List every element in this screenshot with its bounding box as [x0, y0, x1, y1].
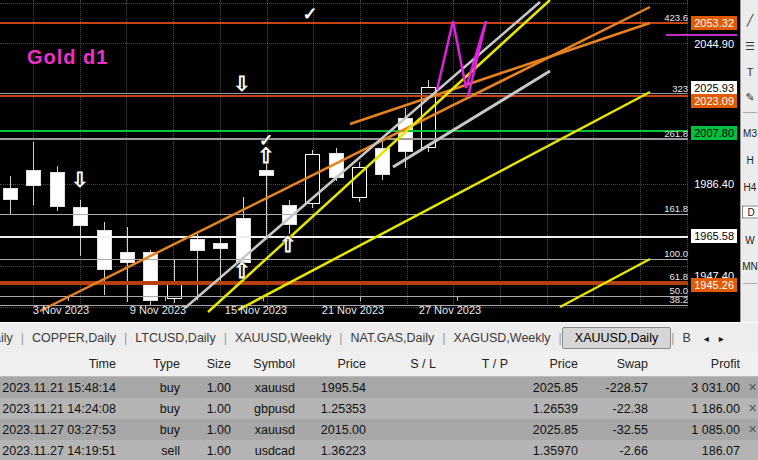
- date-axis-tick: [360, 297, 361, 301]
- table-cell: xauusd: [233, 423, 297, 437]
- fib-level-label: 61.8: [670, 271, 689, 282]
- table-cell: 2025.85: [510, 423, 580, 437]
- column-header: S / L: [368, 357, 438, 371]
- fib-level-label: 423.6: [664, 12, 688, 23]
- table-cell: -22.38: [580, 402, 650, 416]
- trading-terminal: ✓⇩⇩✓⇧⇧⇧ Gold d1 2053.322044.902025.93202…: [0, 0, 758, 460]
- tab-scroll-right-icon[interactable]: ▸: [714, 333, 729, 344]
- column-header: Price: [297, 357, 368, 371]
- positions-table: TimeTypeSizeSymbolPriceS / LT / PPriceSw…: [0, 352, 758, 460]
- column-header: Swap: [580, 357, 650, 371]
- table-cell: 1995.54: [297, 381, 368, 395]
- draw-tool-icon[interactable]: ✎: [741, 91, 758, 104]
- period-button-m3[interactable]: M3: [742, 128, 758, 139]
- column-header: Size: [182, 357, 233, 371]
- table-cell: 2023.11.27 03:27:53: [0, 423, 118, 437]
- table-cell: 1 085.00: [650, 423, 742, 437]
- tab-aily[interactable]: aily: [0, 328, 21, 348]
- tab-ltcusd-daily[interactable]: LTCUSD,Daily: [127, 328, 223, 348]
- date-axis-label: 27 Nov 2023: [419, 304, 481, 316]
- table-cell: 1.00: [182, 402, 233, 416]
- table-cell: 1.00: [182, 444, 233, 458]
- purple-price-line: [666, 34, 737, 36]
- close-position-icon[interactable]: ✕: [742, 402, 758, 415]
- table-cell: 1 186.00: [650, 402, 742, 416]
- table-row[interactable]: 2023.11.27 14:19:51sell1.00usdcad1.36223…: [0, 440, 758, 460]
- table-cell: buy: [118, 402, 182, 416]
- price-axis-label: 2044.90: [691, 37, 737, 51]
- table-row[interactable]: 2023.11.21 15:48:14buy1.00xauusd1995.542…: [0, 377, 758, 398]
- tab-xauusd-weekly[interactable]: XAUUSD,Weekly: [227, 328, 339, 348]
- table-cell: 2015.00: [297, 423, 368, 437]
- period-button-w[interactable]: W: [742, 235, 758, 246]
- fib-level-label: 161.8: [664, 203, 688, 214]
- price-axis-label: 2023.09: [691, 94, 737, 108]
- trendline-tool-icon[interactable]: ╱: [741, 14, 758, 27]
- tab-nat-gas-daily[interactable]: NAT.GAS,Daily: [342, 328, 442, 348]
- table-cell: -32.55: [580, 423, 650, 437]
- down-arrow-marker: ⇩: [233, 72, 251, 96]
- table-cell: 2023.11.27 14:19:51: [0, 444, 118, 458]
- lines-tool-icon[interactable]: ☰: [741, 40, 758, 53]
- trendline: [560, 259, 650, 307]
- column-header: Profit: [650, 357, 742, 371]
- table-cell: sell: [118, 444, 182, 458]
- chart-watermark: Gold d1: [27, 46, 108, 69]
- date-axis-tick: [68, 297, 69, 301]
- date-axis-tick: [165, 297, 166, 301]
- text-tool-icon[interactable]: T: [741, 66, 758, 78]
- price-axis-label: 2025.93: [691, 81, 737, 95]
- table-cell: 1.26539: [510, 402, 580, 416]
- tab-b[interactable]: B: [674, 328, 698, 348]
- tab-scroll-left-icon[interactable]: ◂: [699, 333, 714, 344]
- up-arrow-marker: ⇧: [233, 259, 251, 283]
- price-axis-label: 1965.58: [691, 229, 737, 243]
- fib-level-label: 100.0: [664, 248, 688, 259]
- toolbar-separator: [743, 283, 757, 284]
- table-row[interactable]: 2023.11.21 14:24:08buy1.00gbpusd1.253531…: [0, 398, 758, 419]
- trendline: [350, 23, 650, 124]
- price-axis-label: 1945.26: [691, 278, 737, 292]
- down-arrow-marker: ⇩: [71, 168, 89, 192]
- table-header-row: TimeTypeSizeSymbolPriceS / LT / PPriceSw…: [0, 352, 758, 377]
- tab-xagusd-weekly[interactable]: XAGUSD,Weekly: [446, 328, 559, 348]
- period-button-h4[interactable]: H4: [742, 182, 758, 193]
- right-toolbar: ╱☰T✎M3HH4DWMN: [740, 0, 758, 322]
- table-cell: xauusd: [233, 381, 297, 395]
- fib-level-label: 38.2: [670, 294, 689, 305]
- up-arrow-marker: ⇧: [257, 144, 275, 168]
- price-axis-label: 2007.80: [691, 126, 737, 140]
- date-axis-label: 9 Nov 2023: [130, 304, 186, 316]
- chart-area[interactable]: ✓⇩⇩✓⇧⇧⇧ Gold d1 2053.322044.902025.93202…: [0, 0, 740, 322]
- date-axis-label: 21 Nov 2023: [322, 304, 384, 316]
- fib-level-label: 261.8: [664, 128, 688, 139]
- table-cell: 2025.85: [510, 381, 580, 395]
- column-header: Symbol: [233, 357, 297, 371]
- column-header: Time: [0, 357, 118, 371]
- tab-copper-daily[interactable]: COPPER,Daily: [24, 328, 124, 348]
- table-cell: usdcad: [233, 444, 297, 458]
- column-header: Type: [118, 357, 182, 371]
- table-cell: 186.07: [650, 444, 742, 458]
- table-cell: gbpusd: [233, 402, 297, 416]
- table-row[interactable]: 2023.11.27 03:27:53buy1.00xauusd2015.002…: [0, 419, 758, 440]
- trendline: [238, 92, 650, 310]
- check-marker: ✓: [302, 3, 317, 25]
- close-position-icon[interactable]: ✕: [742, 381, 758, 394]
- date-axis-label: 15 Nov 2023: [225, 304, 287, 316]
- period-button-mn[interactable]: MN: [742, 261, 758, 272]
- date-axis-tick: [263, 297, 264, 301]
- chart-tab-bar: aily|COPPER,Daily|LTCUSD,Daily|XAUUSD,We…: [0, 322, 758, 353]
- price-axis-label: 2053.32: [691, 16, 737, 30]
- price-axis[interactable]: 2053.322044.902025.932023.092007.801986.…: [688, 0, 740, 322]
- table-cell: 1.25353: [297, 402, 368, 416]
- tab-xauusd-daily[interactable]: XAUUSD,Daily: [562, 327, 671, 349]
- toolbar-separator: [743, 112, 757, 113]
- period-button-d[interactable]: D: [742, 206, 758, 219]
- table-cell: 1.00: [182, 423, 233, 437]
- table-cell: 1.36223: [297, 444, 368, 458]
- period-button-h[interactable]: H: [742, 155, 758, 166]
- price-axis-label: 1986.40: [691, 177, 737, 191]
- column-header: Price: [510, 357, 580, 371]
- close-position-icon[interactable]: ✕: [742, 423, 758, 436]
